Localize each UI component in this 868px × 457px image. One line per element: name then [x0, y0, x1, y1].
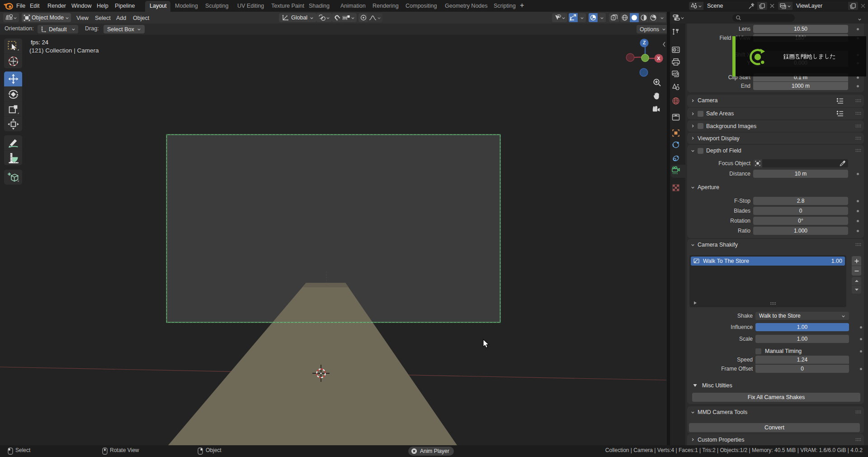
svg-text:Z: Z: [643, 40, 646, 45]
svg-text:X: X: [657, 56, 660, 61]
